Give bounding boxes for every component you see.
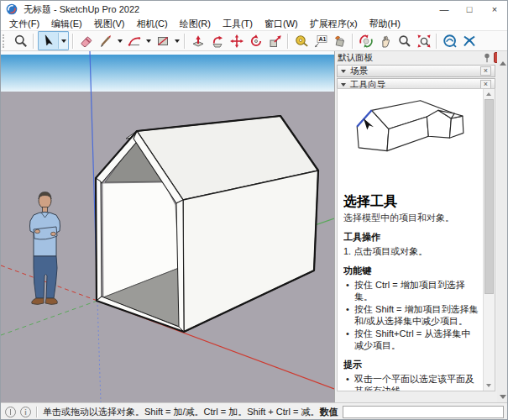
close-button[interactable]: × <box>482 1 507 18</box>
menu-tools[interactable]: 工具(T) <box>217 18 259 30</box>
search-tool-button[interactable] <box>11 32 30 50</box>
operation-step: 1. 点击项目或对象。 <box>343 245 479 257</box>
rectangle-icon <box>155 34 170 49</box>
chevron-down-icon <box>341 83 346 87</box>
maximize-button[interactable]: □ <box>457 1 482 18</box>
info-icon[interactable]: i <box>20 407 31 417</box>
zoom-extents-icon <box>416 34 432 49</box>
menu-extensions[interactable]: 扩展程序(x) <box>304 18 364 30</box>
zoom-extents-tool-button[interactable] <box>414 32 433 50</box>
instructor-content: 选择工具 选择模型中的项目和对象。 工具操作 1. 点击项目或对象。 功能键 按… <box>343 89 479 391</box>
toolbar-separator <box>72 34 74 49</box>
scroll-up-icon[interactable] <box>486 92 491 96</box>
arc-tool-dropdown[interactable] <box>144 32 153 50</box>
window-title: 无标题 - SketchUp Pro 2022 <box>24 3 139 16</box>
instructor-house-illustration <box>348 94 474 192</box>
sky-top-strip <box>1 51 334 55</box>
menu-draw[interactable]: 绘图(R) <box>174 18 217 30</box>
eraser-tool-button[interactable] <box>76 32 96 50</box>
arc-tool-button[interactable] <box>124 32 144 50</box>
toolbar-grip[interactable] <box>3 34 8 48</box>
arc-icon <box>127 34 142 49</box>
tray-header: 默认面板 × <box>335 51 508 64</box>
push-pull-tool-button[interactable] <box>188 32 207 50</box>
move-tool-button[interactable] <box>227 32 246 50</box>
paint-bucket-icon <box>333 34 348 49</box>
default-tray-panel: 默认面板 × 场景 × 工具向导 × <box>334 51 508 402</box>
toolbar-separator <box>287 34 289 49</box>
shapes-tool-dropdown[interactable] <box>172 32 181 50</box>
instructor-panel: 选择工具 选择模型中的项目和对象。 工具操作 1. 点击项目或对象。 功能键 按… <box>337 88 495 391</box>
pencil-icon <box>98 34 113 49</box>
operation-title: 工具操作 <box>343 231 479 244</box>
follow-me-tool-button[interactable] <box>207 32 227 50</box>
select-tool-dropdown[interactable] <box>58 33 68 49</box>
chevron-down-icon <box>118 39 123 43</box>
instructor-scrollbar[interactable] <box>483 89 495 391</box>
extension-warehouse-tool-button[interactable] <box>459 32 479 50</box>
menu-view[interactable]: 视图(V) <box>88 18 131 30</box>
section-scenes[interactable]: 场景 × <box>337 65 495 77</box>
scrollbar-thumb[interactable] <box>484 99 494 294</box>
geolocation-status-icon[interactable] <box>5 407 16 417</box>
tray-scroll-down-icon[interactable] <box>500 395 506 399</box>
text-icon: A1 <box>313 34 328 49</box>
eraser-icon <box>79 34 94 49</box>
pin-icon[interactable] <box>483 53 491 63</box>
select-arrow-icon <box>41 34 56 49</box>
scroll-down-icon[interactable] <box>486 384 491 387</box>
zoom-tool-button[interactable] <box>395 32 414 50</box>
menu-help[interactable]: 帮助(H) <box>364 18 406 30</box>
instructor-heading: 选择工具 <box>343 193 479 211</box>
titlebar: 无标题 - SketchUp Pro 2022 — □ × <box>1 1 507 18</box>
menu-edit[interactable]: 编辑(E) <box>45 18 88 30</box>
toolbar: A1 <box>1 31 507 51</box>
warehouse-tool-button[interactable] <box>440 32 459 50</box>
statusbar-separator <box>36 407 38 417</box>
line-tool-button[interactable] <box>96 32 115 50</box>
select-tool-group <box>38 31 69 50</box>
section-close-icon[interactable]: × <box>480 66 491 76</box>
status-message: 单击或拖动以选择对象。Shift = 加/减。Ctrl = 加。Shift + … <box>43 406 319 418</box>
sketchup-window: 无标题 - SketchUp Pro 2022 — □ × 文件(F) 编辑(E… <box>0 0 508 420</box>
tape-measure-tool-button[interactable] <box>291 32 311 50</box>
pan-tool-button[interactable] <box>375 32 395 50</box>
orbit-icon <box>359 34 374 49</box>
search-icon <box>13 34 29 49</box>
statusbar: i 单击或拖动以选择对象。Shift = 加/减。Ctrl = 加。Shift … <box>1 402 507 420</box>
rotate-tool-button[interactable] <box>246 32 265 50</box>
model-scene <box>1 51 334 402</box>
select-tool-button[interactable] <box>39 32 58 50</box>
paint-bucket-tool-button[interactable] <box>330 32 349 50</box>
menu-file[interactable]: 文件(F) <box>3 18 45 30</box>
tips-title: 提示 <box>343 359 479 371</box>
text-tool-button[interactable]: A1 <box>311 32 330 50</box>
orbit-tool-button[interactable] <box>356 32 375 50</box>
scale-tool-button[interactable] <box>265 32 285 50</box>
list-item: 按住 Ctrl = 增加项目到选择集。 <box>354 279 479 302</box>
list-item: 按住 Shift = 增加项目到选择集和/或从选择集中减少项目。 <box>354 303 479 327</box>
tray-scroll-up-icon[interactable] <box>500 61 506 66</box>
sketchup-logo-icon <box>6 3 18 15</box>
function-keys-title: 功能键 <box>343 265 479 277</box>
tape-measure-icon <box>294 34 309 49</box>
tips-list: 双击一个平面以选定该平面及其所有边线。 双击一条边线以选定该边线及与其共享的平面… <box>343 373 479 391</box>
measurements-input[interactable] <box>343 406 504 418</box>
menubar: 文件(F) 编辑(E) 视图(V) 相机(C) 绘图(R) 工具(T) 窗口(W… <box>1 18 507 31</box>
chevron-down-icon <box>175 39 180 43</box>
chevron-down-icon <box>341 70 346 73</box>
chevron-down-icon <box>146 39 151 43</box>
viewport-canvas[interactable] <box>1 51 334 402</box>
section-scenes-label: 场景 <box>350 66 368 77</box>
menu-window[interactable]: 窗口(W) <box>259 18 304 30</box>
3d-warehouse-icon <box>443 34 458 49</box>
line-tool-dropdown[interactable] <box>115 32 124 50</box>
function-keys-list: 按住 Ctrl = 增加项目到选择集。 按住 Shift = 增加项目到选择集和… <box>343 279 479 351</box>
tray-scroll-strip[interactable] <box>497 51 508 402</box>
extension-warehouse-icon <box>462 34 477 49</box>
toolbar-separator <box>436 34 437 49</box>
minimize-button[interactable]: — <box>432 1 457 18</box>
menu-camera[interactable]: 相机(C) <box>130 18 173 30</box>
shapes-tool-button[interactable] <box>153 32 172 50</box>
pan-hand-icon <box>378 34 393 49</box>
